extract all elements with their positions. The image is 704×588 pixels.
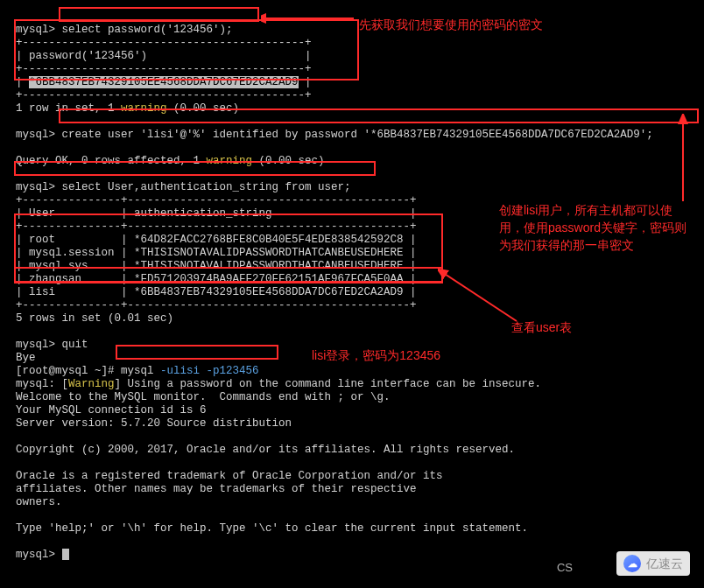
highlight-box-select-user-cmd <box>14 161 376 176</box>
yisu-watermark: ☁ 亿速云 <box>616 551 690 576</box>
highlight-box-lisi-row <box>14 267 443 283</box>
highlight-box-login-cmd <box>116 345 278 360</box>
cloud-icon: ☁ <box>623 555 641 572</box>
prompt: mysql> <box>16 549 55 561</box>
shell-prompt: [root@mysql ~] <box>16 365 108 377</box>
prompt: mysql> <box>16 129 55 141</box>
table-row: | lisi | *6BB4837EB74329105EE4568DDA7DC6… <box>16 286 417 298</box>
annotation-login: lisi登录，密码为123456 <box>312 346 440 364</box>
cursor[interactable] <box>62 549 69 560</box>
terminal-output: mysql> select password('123456'); +-----… <box>16 10 695 562</box>
cmd-select-user: mysql> select User,authentication_string… <box>16 181 351 193</box>
cmd-create-user: create user 'lisi'@'%' identified by pas… <box>62 129 653 141</box>
annotation-user-table: 查看user表 <box>511 318 572 336</box>
annotation-get-hash: 先获取我们想要使用的密码的密文 <box>359 16 543 33</box>
highlight-box-hash-result <box>14 19 359 80</box>
annotation-create-user: 创建lisi用户，所有主机都可以使用，使用password关键字，密码则为我们获… <box>499 201 692 254</box>
highlight-box-create-user <box>59 108 699 123</box>
csdn-watermark: CS <box>557 561 573 574</box>
